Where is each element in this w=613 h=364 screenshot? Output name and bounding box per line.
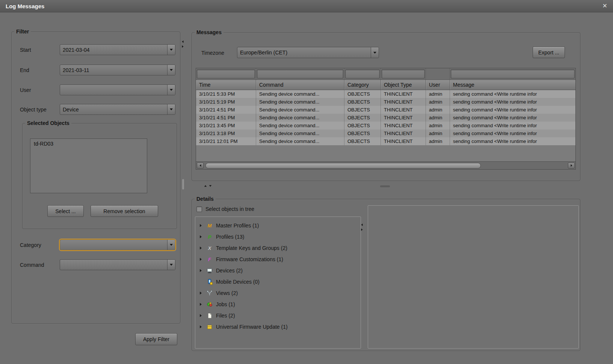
details-splitter-arrows[interactable] [361,223,363,231]
column-header-object-type[interactable]: Object Type [381,80,426,90]
table-row[interactable]: 3/10/21 4:51 PMSending device command...… [196,114,575,122]
scroll-right-button[interactable] [568,162,575,168]
column-filter-input-command[interactable] [257,69,343,78]
expand-arrow-icon[interactable] [200,269,206,272]
column-header-command[interactable]: Command [256,80,344,90]
tree-item-universal-firmware-update[interactable]: Universal Firmware Update (1) [195,321,361,332]
tree-item-label: Profiles (13) [216,234,244,240]
title-bar[interactable]: Log Messages ✕ [0,0,613,12]
expand-arrow-icon[interactable] [200,258,206,261]
tree-item-template-keys-and-groups[interactable]: XTemplate Keys and Groups (2) [195,242,361,254]
column-header-category[interactable]: Category [344,80,381,90]
expand-arrow-icon[interactable] [200,235,206,238]
select-button[interactable]: Select ... [47,205,84,217]
table-row[interactable]: 3/10/21 5:33 PMSending device command...… [196,90,575,98]
column-filter-input-object-type[interactable] [382,69,425,78]
tree-item-mobile-devices[interactable]: Mobile Devices (0) [195,276,361,287]
table-cell: OBJECTS [344,129,381,137]
tree-item-profiles[interactable]: PProfiles (13) [195,231,361,242]
timezone-combo[interactable]: Europe/Berlin (CET) [237,47,379,58]
table-row[interactable]: 3/10/21 3:45 PMSending device command...… [196,122,575,129]
collapse-left-icon[interactable] [182,41,184,43]
table-cell: admin [426,90,450,98]
user-dropdown-button[interactable] [167,85,175,95]
messages-details-splitter-arrows[interactable] [204,185,212,187]
remove-selection-button[interactable]: Remove selection [91,205,158,217]
chevron-down-icon [170,244,173,246]
checkbox-icon[interactable] [196,206,202,212]
table-cell: sending command <Write runtime infor [450,90,575,98]
start-date-combo[interactable]: 2021-03-04 [60,44,175,55]
scrollbar-thumb[interactable] [205,163,481,168]
tree-item-devices[interactable]: Devices (2) [195,265,361,276]
export-button[interactable]: Export ... [533,47,565,58]
expand-arrow-icon[interactable] [200,224,206,227]
table-cell: OBJECTS [344,106,381,114]
collapse-right-icon[interactable] [361,229,363,231]
horizontal-scrollbar[interactable] [196,161,575,169]
window-title: Log Messages [6,3,44,9]
end-dropdown-button[interactable] [167,65,175,75]
table-cell: sending command <Write runtime infor [450,137,575,145]
timezone-dropdown-button[interactable] [371,47,379,58]
tree-item-master-profiles[interactable]: MMaster Profiles (1) [195,220,361,231]
table-cell: 3/10/21 3:18 PM [196,129,256,137]
user-label: User [20,87,60,93]
table-row[interactable]: 3/10/21 12:01 PMSending device command..… [196,137,575,145]
tree-item-files[interactable]: Files (2) [195,310,361,321]
scrollbar-track[interactable] [205,163,567,168]
expand-arrow-icon[interactable] [200,314,206,317]
selected-object-item[interactable]: td-RD03 [30,139,147,149]
firmware-customizations-icon: F [206,256,213,262]
object-tree[interactable]: MMaster Profiles (1)PProfiles (13)XTempl… [195,217,361,349]
tree-item-jobs[interactable]: Jobs (1) [195,299,361,310]
select-objects-in-tree-checkbox-row[interactable]: Select objects in tree [196,206,254,212]
selected-objects-list[interactable]: td-RD03 [30,138,147,193]
table-cell: THINCLIENT [381,98,426,106]
table-row[interactable]: 3/10/21 5:19 PMSending device command...… [196,98,575,106]
user-combo[interactable] [60,84,175,95]
category-dropdown-button[interactable] [167,240,175,250]
apply-filter-button[interactable]: Apply Filter [135,333,177,345]
end-date-combo[interactable]: 2021-03-11 [60,65,175,75]
expand-arrow-icon[interactable] [200,292,206,295]
expand-arrow-icon[interactable] [200,303,206,306]
collapse-left-icon[interactable] [361,224,363,226]
object-type-dropdown-button[interactable] [167,104,175,114]
vertical-splitter-handle[interactable] [182,179,184,190]
table-cell: THINCLIENT [381,137,426,145]
filter-cell-object-type [381,68,426,80]
column-header-user[interactable]: User [426,80,450,90]
column-filter-input-time[interactable] [197,69,255,78]
start-dropdown-button[interactable] [167,45,175,55]
collapse-up-icon[interactable] [204,185,207,187]
category-combo[interactable] [60,239,175,250]
expand-arrow-icon[interactable] [200,247,206,250]
tree-item-views[interactable]: Views (2) [195,287,361,299]
command-combo[interactable] [60,259,175,270]
column-header-message[interactable]: Message [450,80,575,90]
chevron-down-icon [170,89,173,91]
collapse-right-icon[interactable] [182,45,184,48]
horizontal-splitter-handle[interactable] [380,185,390,187]
details-message-panel [368,205,579,349]
scroll-left-button[interactable] [197,162,204,168]
expand-arrow-icon[interactable] [200,325,206,328]
command-dropdown-button[interactable] [167,260,175,270]
timezone-label: Timezone [201,50,224,56]
table-cell: Sending device command... [256,106,344,114]
close-icon[interactable]: ✕ [602,3,607,9]
column-header-time[interactable]: Time [196,80,256,90]
tree-item-firmware-customizations[interactable]: FFirmware Customizations (1) [195,254,361,265]
table-row[interactable]: 3/10/21 4:51 PMSending device command...… [196,106,575,114]
object-type-combo[interactable]: Device [60,104,175,115]
table-row[interactable]: 3/10/21 3:18 PMSending device command...… [196,129,575,137]
messages-group-title: Messages [195,29,223,35]
column-filter-input-message[interactable] [451,69,575,78]
column-filter-input-category[interactable] [345,69,380,78]
timezone-value: Europe/Berlin (CET) [237,47,371,58]
template-keys-icon: X [206,245,213,251]
panel-splitter-collapse-arrows[interactable] [182,40,184,48]
object-type-label: Object type [20,107,60,113]
collapse-down-icon[interactable] [209,185,211,187]
